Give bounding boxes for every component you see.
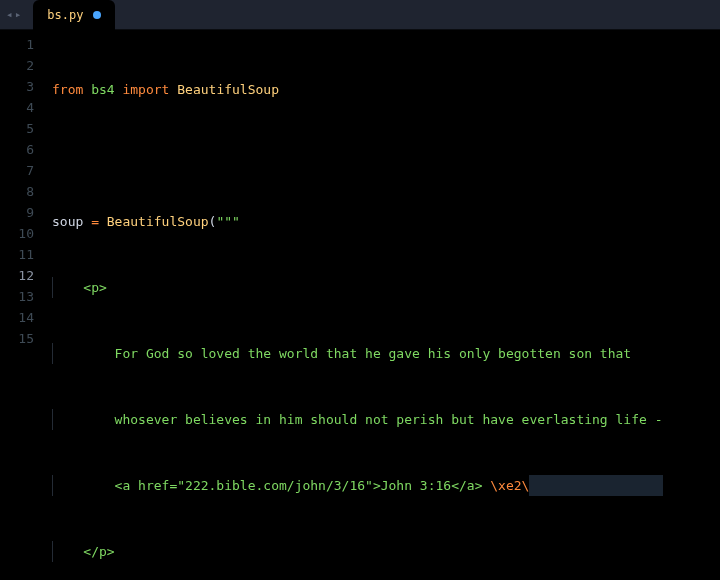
line-number: 3	[0, 76, 44, 97]
line-number: 4	[0, 97, 44, 118]
line-number-gutter: 123456789101112131415	[0, 30, 44, 580]
nav-forward-icon[interactable]: ▸	[15, 8, 22, 21]
nav-back-icon[interactable]: ◂	[6, 8, 13, 21]
line-number: 11	[0, 244, 44, 265]
line-number: 9	[0, 202, 44, 223]
code-line[interactable]: <p>	[44, 277, 720, 298]
line-number: 2	[0, 55, 44, 76]
code-line[interactable]: soup = BeautifulSoup("""	[44, 211, 720, 232]
line-number: 10	[0, 223, 44, 244]
line-number: 12	[0, 265, 44, 286]
line-number: 8	[0, 181, 44, 202]
code-line[interactable]: whosever believes in him should not peri…	[44, 409, 720, 430]
line-number: 14	[0, 307, 44, 328]
code-line[interactable]: from bs4 import BeautifulSoup	[44, 79, 720, 100]
code-line[interactable]: <a href="222.bible.com/john/3/16">John 3…	[44, 475, 720, 496]
line-number: 1	[0, 34, 44, 55]
line-number: 5	[0, 118, 44, 139]
tab-bs-py[interactable]: bs.py	[33, 0, 115, 30]
line-number: 13	[0, 286, 44, 307]
tab-filename: bs.py	[47, 8, 83, 22]
line-number: 6	[0, 139, 44, 160]
tab-nav-arrows: ◂ ▸	[0, 8, 27, 21]
code-line[interactable]	[44, 145, 720, 166]
line-number: 15	[0, 328, 44, 349]
modified-indicator-icon	[93, 11, 101, 19]
code-area[interactable]: from bs4 import BeautifulSoup soup = Bea…	[44, 30, 720, 580]
tab-bar: ◂ ▸ bs.py	[0, 0, 720, 30]
line-number: 7	[0, 160, 44, 181]
code-line[interactable]: </p>	[44, 541, 720, 562]
code-line[interactable]: For God so loved the world that he gave …	[44, 343, 720, 364]
code-editor[interactable]: 123456789101112131415 from bs4 import Be…	[0, 30, 720, 580]
